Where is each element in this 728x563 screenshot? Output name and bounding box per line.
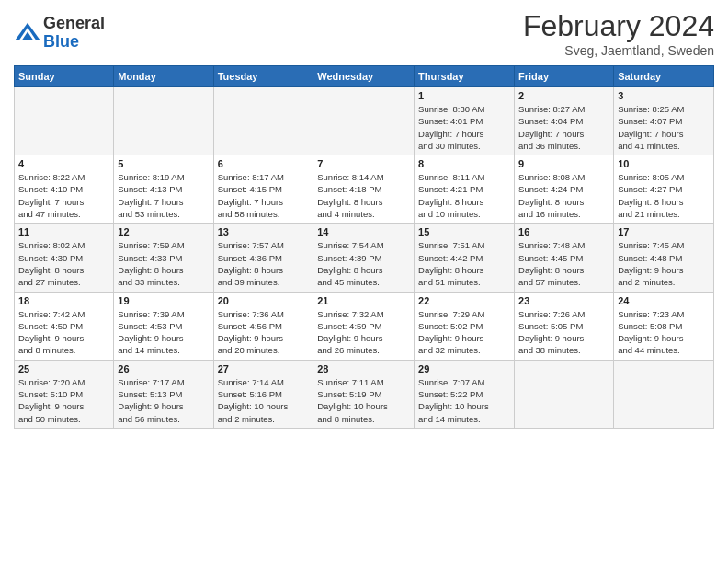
calendar-cell xyxy=(15,87,114,155)
day-number: 24 xyxy=(618,295,710,306)
day-info: Sunrise: 7:14 AM Sunset: 5:16 PM Dayligh… xyxy=(218,376,310,425)
weekday-header-thursday: Thursday xyxy=(415,66,515,87)
calendar-cell xyxy=(213,87,313,155)
day-number: 15 xyxy=(418,226,510,237)
calendar-cell xyxy=(313,87,415,155)
day-info: Sunrise: 8:30 AM Sunset: 4:01 PM Dayligh… xyxy=(418,103,510,152)
calendar-cell xyxy=(515,360,614,428)
day-number: 16 xyxy=(518,226,609,237)
weekday-header-friday: Friday xyxy=(515,66,614,87)
weekday-header-sunday: Sunday xyxy=(15,66,114,87)
calendar-week-4: 25Sunrise: 7:20 AM Sunset: 5:10 PM Dayli… xyxy=(15,360,714,428)
day-info: Sunrise: 7:45 AM Sunset: 4:48 PM Dayligh… xyxy=(618,239,710,288)
day-info: Sunrise: 7:42 AM Sunset: 4:50 PM Dayligh… xyxy=(18,308,109,357)
day-number: 2 xyxy=(518,90,609,101)
day-number: 25 xyxy=(18,363,109,374)
day-number: 4 xyxy=(18,158,109,169)
calendar-cell: 11Sunrise: 8:02 AM Sunset: 4:30 PM Dayli… xyxy=(15,224,114,292)
day-info: Sunrise: 8:27 AM Sunset: 4:04 PM Dayligh… xyxy=(518,103,609,152)
day-number: 27 xyxy=(218,363,310,374)
day-info: Sunrise: 7:07 AM Sunset: 5:22 PM Dayligh… xyxy=(418,376,510,425)
day-number: 20 xyxy=(218,295,310,306)
day-number: 21 xyxy=(317,295,410,306)
day-info: Sunrise: 7:48 AM Sunset: 4:45 PM Dayligh… xyxy=(518,239,609,288)
calendar-cell: 5Sunrise: 8:19 AM Sunset: 4:13 PM Daylig… xyxy=(114,155,213,224)
day-number: 8 xyxy=(418,158,510,169)
day-info: Sunrise: 8:25 AM Sunset: 4:07 PM Dayligh… xyxy=(618,103,710,152)
day-info: Sunrise: 7:57 AM Sunset: 4:36 PM Dayligh… xyxy=(218,239,310,288)
calendar-cell: 13Sunrise: 7:57 AM Sunset: 4:36 PM Dayli… xyxy=(213,224,313,292)
day-info: Sunrise: 8:22 AM Sunset: 4:10 PM Dayligh… xyxy=(18,171,109,220)
day-number: 10 xyxy=(618,158,710,169)
calendar-cell: 3Sunrise: 8:25 AM Sunset: 4:07 PM Daylig… xyxy=(614,87,714,155)
day-info: Sunrise: 7:51 AM Sunset: 4:42 PM Dayligh… xyxy=(418,239,510,288)
calendar-cell: 24Sunrise: 7:23 AM Sunset: 5:08 PM Dayli… xyxy=(614,292,714,360)
logo-icon xyxy=(14,19,41,47)
weekday-header-tuesday: Tuesday xyxy=(213,66,313,87)
calendar-week-1: 4Sunrise: 8:22 AM Sunset: 4:10 PM Daylig… xyxy=(15,155,714,224)
day-number: 5 xyxy=(118,158,209,169)
title-block: February 2024 Sveg, Jaemtland, Sweden xyxy=(523,9,714,58)
calendar-cell xyxy=(114,87,213,155)
location-text: Sveg, Jaemtland, Sweden xyxy=(523,43,714,58)
calendar-cell: 26Sunrise: 7:17 AM Sunset: 5:13 PM Dayli… xyxy=(114,360,213,428)
day-info: Sunrise: 7:54 AM Sunset: 4:39 PM Dayligh… xyxy=(317,239,410,288)
calendar-cell: 8Sunrise: 8:11 AM Sunset: 4:21 PM Daylig… xyxy=(415,155,515,224)
calendar-cell: 7Sunrise: 8:14 AM Sunset: 4:18 PM Daylig… xyxy=(313,155,415,224)
calendar-cell: 4Sunrise: 8:22 AM Sunset: 4:10 PM Daylig… xyxy=(15,155,114,224)
calendar-cell: 12Sunrise: 7:59 AM Sunset: 4:33 PM Dayli… xyxy=(114,224,213,292)
calendar-cell: 29Sunrise: 7:07 AM Sunset: 5:22 PM Dayli… xyxy=(415,360,515,428)
weekday-header-saturday: Saturday xyxy=(614,66,714,87)
day-info: Sunrise: 7:17 AM Sunset: 5:13 PM Dayligh… xyxy=(118,376,209,425)
day-number: 6 xyxy=(218,158,310,169)
day-info: Sunrise: 7:23 AM Sunset: 5:08 PM Dayligh… xyxy=(618,308,710,357)
calendar-cell: 22Sunrise: 7:29 AM Sunset: 5:02 PM Dayli… xyxy=(415,292,515,360)
day-number: 14 xyxy=(317,226,410,237)
calendar-cell: 17Sunrise: 7:45 AM Sunset: 4:48 PM Dayli… xyxy=(614,224,714,292)
day-info: Sunrise: 7:20 AM Sunset: 5:10 PM Dayligh… xyxy=(18,376,109,425)
day-info: Sunrise: 7:26 AM Sunset: 5:05 PM Dayligh… xyxy=(518,308,609,357)
calendar-table: SundayMondayTuesdayWednesdayThursdayFrid… xyxy=(14,65,714,429)
calendar-cell: 2Sunrise: 8:27 AM Sunset: 4:04 PM Daylig… xyxy=(515,87,614,155)
calendar-cell: 1Sunrise: 8:30 AM Sunset: 4:01 PM Daylig… xyxy=(415,87,515,155)
calendar-cell: 18Sunrise: 7:42 AM Sunset: 4:50 PM Dayli… xyxy=(15,292,114,360)
day-number: 17 xyxy=(618,226,710,237)
day-info: Sunrise: 8:08 AM Sunset: 4:24 PM Dayligh… xyxy=(518,171,609,220)
calendar-cell: 14Sunrise: 7:54 AM Sunset: 4:39 PM Dayli… xyxy=(313,224,415,292)
day-number: 12 xyxy=(118,226,209,237)
calendar-cell: 16Sunrise: 7:48 AM Sunset: 4:45 PM Dayli… xyxy=(515,224,614,292)
calendar-week-3: 18Sunrise: 7:42 AM Sunset: 4:50 PM Dayli… xyxy=(15,292,714,360)
weekday-header-wednesday: Wednesday xyxy=(313,66,415,87)
calendar-cell: 19Sunrise: 7:39 AM Sunset: 4:53 PM Dayli… xyxy=(114,292,213,360)
calendar-week-0: 1Sunrise: 8:30 AM Sunset: 4:01 PM Daylig… xyxy=(15,87,714,155)
day-number: 11 xyxy=(18,226,109,237)
weekday-row: SundayMondayTuesdayWednesdayThursdayFrid… xyxy=(15,66,714,87)
day-info: Sunrise: 7:39 AM Sunset: 4:53 PM Dayligh… xyxy=(118,308,209,357)
calendar-cell: 25Sunrise: 7:20 AM Sunset: 5:10 PM Dayli… xyxy=(15,360,114,428)
calendar-cell: 23Sunrise: 7:26 AM Sunset: 5:05 PM Dayli… xyxy=(515,292,614,360)
day-number: 9 xyxy=(518,158,609,169)
calendar-cell: 28Sunrise: 7:11 AM Sunset: 5:19 PM Dayli… xyxy=(313,360,415,428)
day-number: 13 xyxy=(218,226,310,237)
day-info: Sunrise: 7:36 AM Sunset: 4:56 PM Dayligh… xyxy=(218,308,310,357)
logo-general-text: General xyxy=(43,15,105,33)
logo-blue-text: Blue xyxy=(43,33,105,52)
day-info: Sunrise: 8:05 AM Sunset: 4:27 PM Dayligh… xyxy=(618,171,710,220)
calendar-cell: 6Sunrise: 8:17 AM Sunset: 4:15 PM Daylig… xyxy=(213,155,313,224)
day-number: 23 xyxy=(518,295,609,306)
day-number: 28 xyxy=(317,363,410,374)
day-info: Sunrise: 8:02 AM Sunset: 4:30 PM Dayligh… xyxy=(18,239,109,288)
day-info: Sunrise: 8:14 AM Sunset: 4:18 PM Dayligh… xyxy=(317,171,410,220)
day-info: Sunrise: 8:11 AM Sunset: 4:21 PM Dayligh… xyxy=(418,171,510,220)
month-title: February 2024 xyxy=(523,9,714,43)
day-info: Sunrise: 7:11 AM Sunset: 5:19 PM Dayligh… xyxy=(317,376,410,425)
calendar-cell: 15Sunrise: 7:51 AM Sunset: 4:42 PM Dayli… xyxy=(415,224,515,292)
calendar-cell: 9Sunrise: 8:08 AM Sunset: 4:24 PM Daylig… xyxy=(515,155,614,224)
calendar-cell xyxy=(614,360,714,428)
day-number: 18 xyxy=(18,295,109,306)
day-number: 29 xyxy=(418,363,510,374)
day-number: 7 xyxy=(317,158,410,169)
day-info: Sunrise: 7:32 AM Sunset: 4:59 PM Dayligh… xyxy=(317,308,410,357)
day-number: 26 xyxy=(118,363,209,374)
day-info: Sunrise: 8:19 AM Sunset: 4:13 PM Dayligh… xyxy=(118,171,209,220)
